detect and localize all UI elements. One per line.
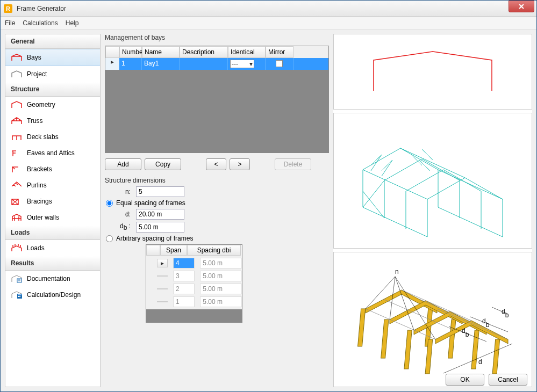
svg-rect-7 <box>381 320 389 358</box>
cancel-button[interactable]: Cancel <box>489 374 527 386</box>
preview-2d-frame <box>333 34 532 110</box>
brackets-icon <box>11 164 23 174</box>
col-span: Span <box>160 245 187 256</box>
bays-icon <box>11 53 23 62</box>
close-icon <box>518 4 525 9</box>
preview-3d-wire <box>333 113 532 248</box>
geometry-icon <box>11 100 23 110</box>
preview-3d-solid: n d db db db <box>333 252 532 387</box>
equal-spacing-label: Equal spacing of frames <box>116 199 185 207</box>
sidebar-item-loads[interactable]: Loads <box>5 240 100 256</box>
prev-button[interactable]: < <box>206 158 226 170</box>
sidebar-item-project[interactable]: Project <box>5 66 100 82</box>
sidebar-item-eaves[interactable]: Eaves and Attics <box>5 145 100 161</box>
arbitrary-spacing-label: Arbitrary spacing of frames <box>116 235 193 242</box>
anno-db3: db <box>502 308 509 319</box>
loads-icon <box>11 243 23 253</box>
svg-rect-4 <box>19 296 20 297</box>
sidebar-item-label: Outer walls <box>27 214 59 221</box>
equal-spacing-radio[interactable] <box>106 200 113 207</box>
sidebar-item-label: Deck slabs <box>27 133 59 141</box>
db-input[interactable] <box>136 222 184 233</box>
sidebar-item-label: Calculation/Design <box>27 291 81 299</box>
sidebar-item-truss[interactable]: Truss <box>5 113 100 129</box>
titlebar[interactable]: R Frame Generator <box>1 1 536 17</box>
bracings-icon <box>11 197 23 206</box>
dialog-window: R Frame Generator File Calculations Help… <box>0 0 537 392</box>
section-structure: Structure <box>5 82 100 97</box>
svg-rect-9 <box>404 330 412 369</box>
d-input[interactable] <box>136 209 184 220</box>
cell-name[interactable]: Bay1 <box>142 58 180 70</box>
sidebar-item-label: Bays <box>27 54 41 61</box>
sidebar-item-label: Documentation <box>27 275 70 282</box>
col-name: Name <box>142 46 180 58</box>
arbitrary-spacing-radio[interactable] <box>106 235 113 242</box>
sidebar-item-label: Loads <box>27 244 45 252</box>
section-results: Results <box>5 256 100 271</box>
span-table[interactable]: Span Spacing dbi ▸45.00 m35.00 m25.00 m1… <box>146 244 242 323</box>
sidebar-item-label: Eaves and Attics <box>27 149 75 157</box>
truss-icon <box>11 116 23 126</box>
copy-button[interactable]: Copy <box>145 158 181 170</box>
outerwalls-icon <box>11 213 23 222</box>
bays-row-1[interactable]: ▸ 1 Bay1 ---▾ <box>105 58 328 70</box>
sidebar-item-label: Bracings <box>27 198 52 205</box>
calculation-icon <box>11 290 23 300</box>
sidebar-item-brackets[interactable]: Brackets <box>5 161 100 177</box>
span-row[interactable]: 25.00 m <box>157 284 242 294</box>
col-mirror: Mirror <box>266 46 293 58</box>
cell-description[interactable] <box>180 58 228 70</box>
sidebar-item-label: Truss <box>27 117 43 125</box>
section-general: General <box>5 34 100 49</box>
project-icon <box>11 69 23 79</box>
span-row[interactable]: 35.00 m <box>157 271 242 281</box>
menu-file[interactable]: File <box>5 19 15 27</box>
svg-rect-8 <box>448 320 456 358</box>
n-input[interactable] <box>136 186 184 197</box>
sidebar-item-label: Brackets <box>27 165 52 173</box>
cell-number[interactable]: 1 <box>119 58 142 70</box>
identical-dropdown[interactable]: ---▾ <box>230 60 254 68</box>
ok-button[interactable]: OK <box>446 374 484 386</box>
col-description: Description <box>180 46 228 58</box>
bays-table[interactable]: Numbe Name Description Identical Mirror … <box>105 46 329 153</box>
col-number: Numbe <box>119 46 142 58</box>
anno-db2: db <box>462 327 469 338</box>
sidebar-item-calculation[interactable]: Calculation/Design <box>5 287 100 303</box>
sidebar-item-purlins[interactable]: Purlins <box>5 177 100 193</box>
sidebar: General Bays Project Structure Geometry … <box>5 34 101 387</box>
delete-button[interactable]: Delete <box>275 158 311 170</box>
main-panel: Management of bays Numbe Name Descriptio… <box>105 34 329 387</box>
anno-d: d <box>478 358 482 366</box>
next-button[interactable]: > <box>230 158 250 170</box>
app-icon: R <box>4 4 12 13</box>
sidebar-item-documentation[interactable]: Documentation <box>5 271 100 287</box>
eaves-icon <box>11 148 23 158</box>
sidebar-item-label: Purlins <box>27 182 47 189</box>
sidebar-item-bracings[interactable]: Bracings <box>5 193 100 209</box>
svg-rect-3 <box>18 296 19 297</box>
cell-identical[interactable]: ---▾ <box>228 58 266 70</box>
cell-mirror[interactable] <box>266 58 293 70</box>
mirror-checkbox[interactable] <box>276 60 283 67</box>
span-row[interactable]: ▸45.00 m <box>157 258 242 268</box>
col-identical: Identical <box>228 46 266 58</box>
window-close-button[interactable] <box>509 1 534 12</box>
menu-calculations[interactable]: Calculations <box>23 19 58 27</box>
sidebar-item-bays[interactable]: Bays <box>5 49 100 66</box>
deckslabs-icon <box>11 132 23 142</box>
preview-column: n d db db db <box>333 34 532 387</box>
window-title: Frame Generator <box>17 5 66 12</box>
section-loads: Loads <box>5 226 100 240</box>
menu-help[interactable]: Help <box>66 19 79 27</box>
sidebar-item-outerwalls[interactable]: Outer walls <box>5 209 100 226</box>
span-row[interactable]: 15.00 m <box>157 296 242 307</box>
col-spacing: Spacing dbi <box>187 245 241 256</box>
anno-n: n <box>395 268 399 275</box>
sidebar-item-geometry[interactable]: Geometry <box>5 97 100 113</box>
purlins-icon <box>11 180 23 190</box>
sidebar-item-deckslabs[interactable]: Deck slabs <box>5 129 100 145</box>
add-button[interactable]: Add <box>105 158 141 170</box>
sidebar-item-label: Geometry <box>27 101 55 108</box>
